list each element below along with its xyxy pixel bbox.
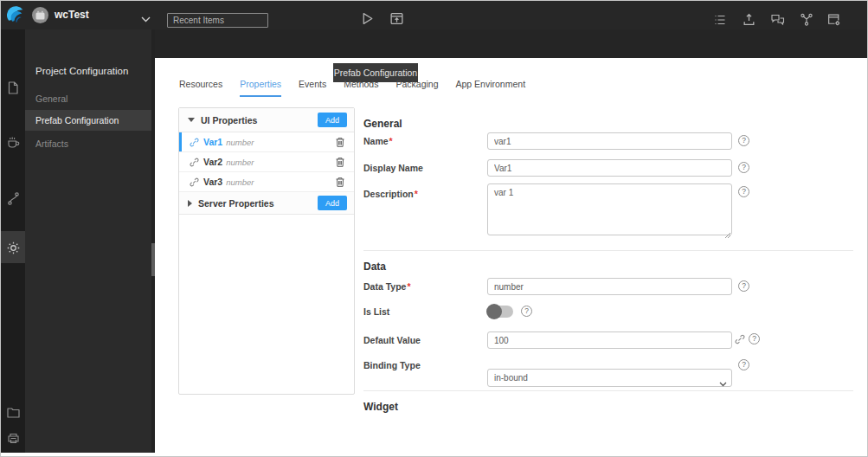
- name-label: Name*: [363, 136, 393, 146]
- toggle-knob: [486, 304, 502, 319]
- default-value-label: Default Value: [363, 335, 421, 345]
- caret-right-icon: [188, 200, 192, 207]
- binding-type-select[interactable]: in-bound: [487, 369, 732, 387]
- general-section-title: General: [363, 118, 402, 130]
- folder-icon[interactable]: [1, 401, 25, 423]
- is-list-toggle[interactable]: [487, 306, 513, 318]
- name-input[interactable]: [487, 132, 732, 150]
- delete-var1-button[interactable]: [335, 137, 345, 148]
- property-item-var1[interactable]: Var1 number: [179, 132, 354, 152]
- delete-var2-button[interactable]: [335, 157, 345, 168]
- display-name-help-icon[interactable]: ?: [738, 162, 749, 173]
- property-item-var2[interactable]: Var2 number: [179, 152, 354, 172]
- property-name: Var3: [203, 177, 222, 187]
- is-list-help-icon[interactable]: ?: [521, 306, 532, 317]
- chevron-down-icon[interactable]: [141, 16, 151, 23]
- default-value-input[interactable]: [487, 331, 732, 349]
- description-textarea[interactable]: var 1: [487, 183, 732, 235]
- tab-packaging[interactable]: Packaging: [395, 79, 438, 97]
- top-bar: wcTest: [1, 1, 867, 29]
- data-section-title: Data: [363, 261, 386, 273]
- tab-methods[interactable]: Methods: [344, 79, 378, 97]
- bind-link-icon: [190, 158, 199, 167]
- add-server-property-button[interactable]: Add: [318, 196, 347, 210]
- required-marker: *: [389, 136, 393, 146]
- sidebar-item-artifacts[interactable]: Artifacts: [25, 133, 155, 154]
- ui-properties-label: UI Properties: [201, 115, 257, 126]
- sidebar-scrollbar-thumb[interactable]: [151, 243, 155, 276]
- description-label: Description*: [363, 189, 418, 199]
- property-name: Var1: [203, 137, 222, 147]
- prefab-config-tabs: Resources Properties Events Methods Pack…: [179, 79, 525, 97]
- data-type-help-icon[interactable]: ?: [738, 280, 749, 292]
- section-divider: [363, 250, 853, 251]
- properties-list-panel: UI Properties Add Var1 number: [178, 107, 355, 395]
- required-marker: *: [407, 281, 410, 292]
- textarea-resize-handle[interactable]: [724, 227, 731, 242]
- sidebar-item-prefab-configuration[interactable]: Prefab Configuration: [25, 110, 155, 131]
- project-name[interactable]: wcTest: [55, 7, 89, 23]
- run-icon[interactable]: [360, 11, 375, 26]
- data-type-input[interactable]: [487, 278, 732, 295]
- section-divider: [363, 390, 853, 391]
- sidebar-title: Project Configuration: [35, 66, 128, 76]
- backend-services-icon[interactable]: [1, 132, 25, 154]
- printer-icon[interactable]: [1, 428, 25, 450]
- ui-properties-group-header[interactable]: UI Properties Add: [179, 108, 354, 132]
- bind-link-icon: [190, 177, 199, 187]
- required-marker: *: [415, 189, 418, 199]
- window-settings-icon[interactable]: [826, 12, 841, 27]
- tab-resources[interactable]: Resources: [179, 79, 222, 97]
- bind-link-icon: [190, 138, 199, 147]
- recent-items-input[interactable]: [167, 13, 268, 28]
- description-help-icon[interactable]: ?: [738, 186, 749, 197]
- config-sidebar: Project Configuration General Prefab Con…: [25, 29, 155, 453]
- widget-section-title: Widget: [363, 401, 398, 413]
- server-properties-group-header[interactable]: Server Properties Add: [179, 192, 354, 215]
- binding-type-select-wrap: in-bound: [487, 369, 732, 387]
- apis-icon[interactable]: [1, 187, 25, 209]
- add-ui-property-button[interactable]: Add: [318, 113, 347, 127]
- document-tab-strip: Prefab Configuration: [155, 29, 867, 58]
- property-type: number: [226, 158, 254, 167]
- delete-var3-button[interactable]: [335, 177, 345, 188]
- property-type: number: [226, 138, 254, 147]
- branch-icon[interactable]: [800, 12, 813, 27]
- binding-type-label: Binding Type: [363, 360, 421, 370]
- tab-events[interactable]: Events: [299, 79, 326, 97]
- publish-icon[interactable]: [742, 12, 756, 27]
- left-icon-rail: •••: [1, 29, 25, 453]
- sidebar-scrollbar[interactable]: [151, 29, 155, 453]
- display-name-label: Display Name: [363, 163, 423, 173]
- wavemaker-studio-window: wcTest: [0, 0, 868, 457]
- chat-icon[interactable]: [770, 13, 785, 27]
- default-value-help-icon[interactable]: ?: [749, 333, 760, 344]
- server-properties-label: Server Properties: [198, 198, 274, 209]
- binding-type-help-icon[interactable]: ?: [738, 359, 749, 370]
- property-name: Var2: [203, 157, 222, 167]
- tab-properties[interactable]: Properties: [240, 79, 281, 97]
- caret-down-icon: [188, 118, 195, 122]
- default-value-bind-icon[interactable]: [735, 334, 745, 344]
- settings-gear-icon[interactable]: [1, 236, 25, 259]
- tab-app-environment[interactable]: App Environment: [456, 79, 526, 97]
- wavemaker-logo-icon: [7, 6, 25, 24]
- preview-icon[interactable]: [389, 11, 404, 26]
- project-avatar: [32, 7, 48, 27]
- sidebar-item-general[interactable]: General: [25, 88, 155, 109]
- property-type: number: [226, 177, 254, 187]
- console-icon[interactable]: [713, 13, 727, 27]
- name-help-icon[interactable]: ?: [738, 135, 749, 146]
- data-type-label: Data Type*: [363, 281, 411, 292]
- property-item-var3[interactable]: Var3 number: [179, 172, 354, 192]
- display-name-input[interactable]: [487, 159, 732, 177]
- pages-icon[interactable]: [1, 76, 25, 99]
- is-list-label: Is List: [363, 306, 389, 317]
